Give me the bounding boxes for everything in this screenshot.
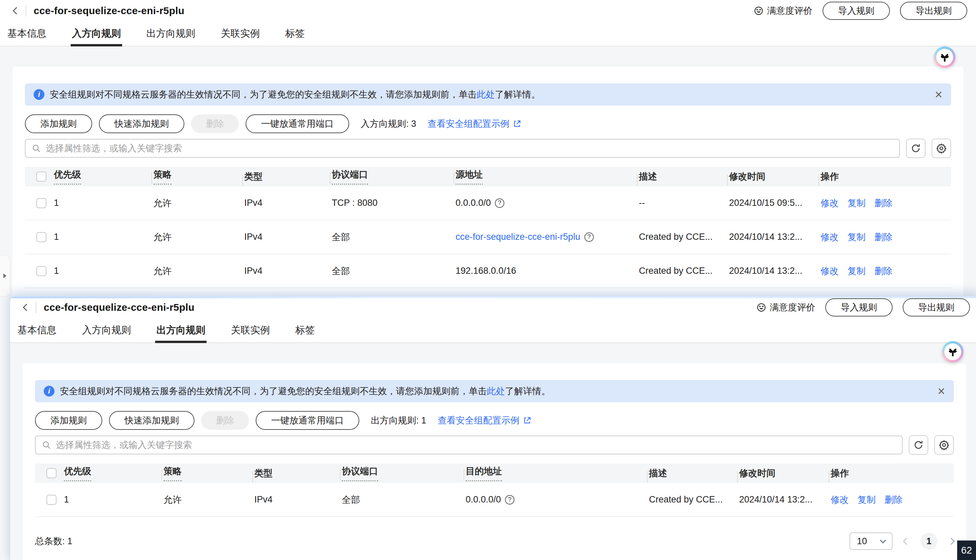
brand-assistant-button[interactable]	[942, 341, 964, 363]
column-source-address[interactable]: 源地址	[455, 168, 483, 185]
export-rules-button[interactable]: 导出规则	[900, 2, 967, 20]
cell-description: Created by CCE...	[647, 494, 737, 505]
header-divider	[25, 5, 26, 17]
search-input[interactable]	[46, 143, 893, 154]
tab-inbound-rules[interactable]: 入方向规则	[82, 318, 131, 342]
help-icon[interactable]: ?	[584, 232, 594, 242]
import-rules-button[interactable]: 导入规则	[825, 298, 893, 317]
refresh-button[interactable]	[906, 138, 926, 158]
row-checkbox[interactable]	[47, 495, 57, 505]
tab-associated-instances[interactable]: 关联实例	[231, 318, 270, 342]
chevron-right-icon[interactable]	[948, 537, 955, 545]
delete-link[interactable]: 删除	[874, 265, 893, 277]
cell-priority: 1	[52, 266, 152, 276]
delete-link[interactable]: 删除	[884, 494, 903, 506]
page-title: cce-for-sequelize-cce-eni-r5plu	[44, 302, 194, 313]
banner-detail-link[interactable]: 此处	[477, 90, 495, 100]
tab-bar: 基本信息 入方向规则 出方向规则 关联实例 标签	[0, 22, 976, 47]
delete-button: 删除	[191, 114, 239, 133]
column-protocol[interactable]: 协议端口	[342, 465, 378, 481]
table-row: 1 允许 IPv4 全部 192.168.0.0/16 Created by C…	[25, 254, 951, 288]
chevron-left-icon[interactable]	[903, 537, 910, 545]
cell-protocol: 全部	[330, 231, 454, 243]
row-checkbox[interactable]	[36, 266, 47, 276]
cell-source-address-link[interactable]: cce-for-sequelize-cce-eni-r5plu	[455, 232, 581, 242]
column-modified-time: 修改时间	[729, 170, 766, 183]
table-footer: 总条数: 1 10 1	[35, 532, 954, 550]
tab-outbound-rules[interactable]: 出方向规则	[146, 22, 195, 46]
table-row: 1 允许 IPv4 全部 cce-for-sequelize-cce-eni-r…	[25, 220, 951, 254]
column-protocol[interactable]: 协议端口	[332, 168, 368, 185]
quick-add-rule-button[interactable]: 快速添加规则	[99, 114, 184, 133]
expand-handle-icon	[3, 273, 7, 278]
tab-outbound-rules[interactable]: 出方向规则	[157, 318, 205, 342]
quick-add-rule-button[interactable]: 快速添加规则	[109, 411, 194, 430]
modify-link[interactable]: 修改	[821, 265, 839, 277]
column-policy[interactable]: 策略	[164, 465, 182, 481]
external-link-icon	[513, 119, 522, 128]
open-common-ports-button[interactable]: 一键放通常用端口	[245, 114, 349, 133]
window-header: cce-for-sequelize-cce-eni-r5plu 满意度评价 导入…	[10, 297, 976, 318]
open-common-ports-button[interactable]: 一键放通常用端口	[256, 411, 359, 430]
modify-link[interactable]: 修改	[831, 494, 849, 506]
tab-tags[interactable]: 标签	[285, 22, 305, 46]
export-rules-button[interactable]: 导出规则	[903, 298, 970, 317]
search-input[interactable]	[56, 440, 896, 450]
select-all-checkbox[interactable]	[36, 172, 47, 182]
close-icon[interactable]: ×	[938, 385, 945, 398]
tab-tags[interactable]: 标签	[295, 318, 315, 342]
satisfaction-feedback-link[interactable]: 满意度评价	[756, 302, 815, 313]
select-all-checkbox[interactable]	[47, 468, 57, 478]
feedback-label: 满意度评价	[770, 302, 815, 313]
back-icon	[10, 6, 20, 16]
delete-link[interactable]: 删除	[874, 231, 893, 243]
cell-priority: 1	[52, 232, 152, 242]
brand-assistant-button[interactable]	[934, 47, 956, 68]
close-icon[interactable]: ×	[935, 88, 943, 101]
settings-icon	[936, 143, 947, 154]
column-destination-address[interactable]: 目的地址	[465, 465, 502, 481]
copy-link[interactable]: 复制	[848, 197, 866, 209]
satisfaction-feedback-link[interactable]: 满意度评价	[754, 5, 812, 17]
current-page-button[interactable]: 1	[921, 533, 937, 550]
pagination: 10 1	[849, 532, 954, 550]
rules-table: 优先级 策略 类型 协议端口 源地址 描述 修改时间 操作 1 允许 IPv4 …	[25, 167, 951, 288]
row-checkbox[interactable]	[36, 198, 47, 208]
security-group-example-link[interactable]: 查看安全组配置示例	[428, 118, 522, 130]
add-rule-button[interactable]: 添加规则	[25, 114, 92, 133]
copy-link[interactable]: 复制	[858, 494, 876, 506]
modify-link[interactable]: 修改	[821, 231, 839, 243]
tab-associated-instances[interactable]: 关联实例	[221, 22, 260, 46]
banner-detail-link[interactable]: 此处	[487, 386, 505, 396]
column-operations: 操作	[831, 467, 849, 479]
modify-link[interactable]: 修改	[821, 197, 839, 209]
tab-inbound-rules[interactable]: 入方向规则	[72, 22, 121, 46]
tab-basic-info[interactable]: 基本信息	[17, 318, 57, 342]
help-icon[interactable]: ?	[505, 495, 514, 505]
feedback-label: 满意度评价	[767, 5, 812, 17]
refresh-button[interactable]	[909, 435, 928, 455]
add-rule-button[interactable]: 添加规则	[35, 411, 102, 430]
page-size-select[interactable]: 10	[849, 532, 893, 550]
table-settings-button[interactable]	[932, 138, 951, 158]
row-checkbox[interactable]	[36, 232, 47, 242]
column-priority[interactable]: 优先级	[54, 168, 81, 185]
copy-link[interactable]: 复制	[848, 231, 866, 243]
cell-type: IPv4	[242, 266, 330, 276]
delete-link[interactable]: 删除	[874, 197, 893, 209]
table-settings-button[interactable]	[934, 435, 954, 455]
back-button[interactable]	[19, 301, 32, 314]
tab-basic-info[interactable]: 基本信息	[7, 22, 47, 46]
import-rules-button[interactable]: 导入规则	[823, 2, 890, 20]
copy-link[interactable]: 复制	[848, 265, 866, 277]
back-button[interactable]	[9, 4, 22, 17]
help-icon[interactable]: ?	[495, 198, 504, 208]
column-policy[interactable]: 策略	[153, 168, 172, 185]
column-type: 类型	[254, 467, 272, 479]
header-actions: 满意度评价 导入规则 导出规则	[754, 2, 967, 20]
chevron-down-icon	[880, 537, 886, 543]
cell-modified-time: 2024/10/14 13:2...	[737, 494, 829, 505]
security-group-example-link[interactable]: 查看安全组配置示例	[438, 414, 532, 427]
collapsed-panel-handle[interactable]	[0, 255, 10, 297]
column-priority[interactable]: 优先级	[64, 465, 91, 481]
